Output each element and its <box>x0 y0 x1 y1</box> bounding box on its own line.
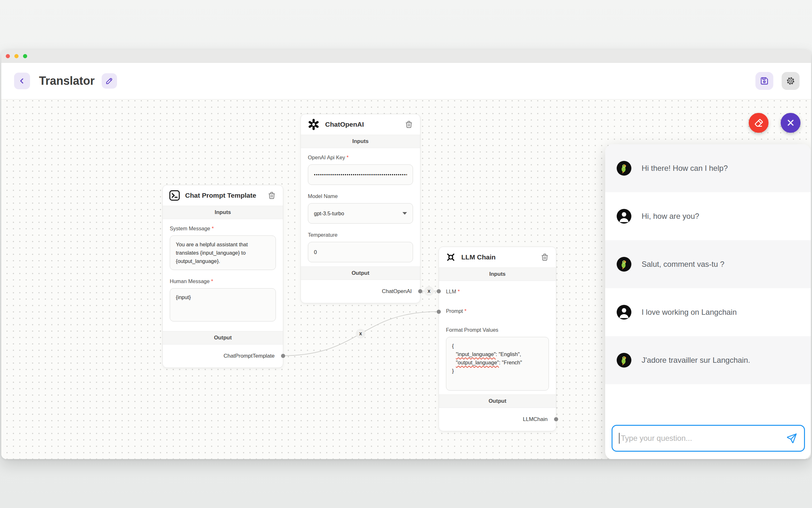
close-chat-button[interactable]: × <box>781 113 801 133</box>
app-header: Translator <box>1 63 811 99</box>
inputs-section-header: Inputs <box>301 135 420 148</box>
parrot-icon <box>619 259 629 270</box>
chevron-down-icon <box>402 212 407 215</box>
bot-avatar <box>617 353 631 368</box>
node-title: Chat Prompt Template <box>185 192 262 199</box>
window-close-button[interactable] <box>6 54 10 58</box>
bot-avatar <box>617 161 631 176</box>
chat-message-text: I love working on Langchain <box>641 308 737 317</box>
clear-chat-button[interactable] <box>749 113 768 133</box>
node-header: Chat Prompt Template <box>163 185 283 206</box>
window-titlebar <box>1 50 811 63</box>
chat-message-row: Hi there! How can I help? <box>605 144 811 192</box>
model-name-select[interactable]: gpt-3.5-turbo <box>308 203 413 224</box>
person-icon <box>617 209 631 224</box>
chat-message-row: Hi, how are you? <box>605 192 811 240</box>
output-anchor-label: LLMChain <box>439 408 556 431</box>
node-title: LLM Chain <box>461 253 535 261</box>
chat-message-text: J'adore travailler sur Langchain. <box>641 356 750 365</box>
chat-message-text: Hi, how are you? <box>641 212 699 221</box>
eraser-icon <box>754 118 764 128</box>
chain-link-icon <box>445 252 456 263</box>
trash-icon <box>405 120 413 129</box>
delete-node-button[interactable] <box>404 120 414 129</box>
field-label-format-prompt-values: Format Prompt Values <box>446 327 549 333</box>
edge-delete-button[interactable]: x <box>356 329 366 338</box>
output-handle[interactable] <box>281 354 285 358</box>
parrot-icon <box>619 163 629 174</box>
chevron-left-icon <box>18 77 26 85</box>
output-anchor-label: ChatPromptTemplate <box>163 344 283 368</box>
delete-node-button[interactable] <box>267 190 277 200</box>
app-window: Translator <box>1 50 811 459</box>
trash-icon <box>268 191 276 200</box>
inputs-section-header: Inputs <box>163 206 283 219</box>
field-label-prompt: Prompt * <box>446 308 549 314</box>
output-section-header: Output <box>301 266 420 280</box>
chat-question-input[interactable] <box>620 433 782 443</box>
output-handle[interactable] <box>554 417 558 421</box>
field-label-temperature: Temperature <box>308 232 413 238</box>
chat-message-row: I love working on Langchain <box>605 288 811 336</box>
system-message-textarea[interactable]: You are a helpful assistant that transla… <box>170 236 276 270</box>
x-icon: × <box>787 116 795 130</box>
window-zoom-button[interactable] <box>23 54 27 58</box>
edit-title-button[interactable] <box>102 73 117 89</box>
openai-logo-icon <box>307 118 320 131</box>
format-prompt-values-textarea[interactable]: { "input_language": "English", "output_l… <box>446 337 549 391</box>
field-label-human-message: Human Message * <box>170 278 276 284</box>
flow-canvas[interactable]: x x Chat Prompt Template Inputs System M… <box>1 99 811 459</box>
save-flow-button[interactable] <box>755 72 773 90</box>
field-label-system-message: System Message * <box>170 225 276 231</box>
temperature-input[interactable]: 0 <box>308 242 413 262</box>
edge-delete-button[interactable]: x <box>424 286 434 296</box>
window-minimize-button[interactable] <box>14 54 18 58</box>
output-handle[interactable] <box>418 289 422 293</box>
node-title: ChatOpenAI <box>325 121 399 128</box>
chat-message-row: Salut, comment vas-tu ? <box>605 240 811 288</box>
field-label-llm: LLM * <box>446 289 549 295</box>
text-cursor <box>619 433 620 444</box>
node-llm-chain[interactable]: LLM Chain Inputs LLM * Prompt * Format P… <box>439 247 556 431</box>
person-icon <box>617 305 631 320</box>
output-anchor-label: ChatOpenAI <box>301 280 420 303</box>
chat-input-container <box>612 425 805 452</box>
delete-node-button[interactable] <box>540 252 550 262</box>
field-label-api-key: OpenAI Api Key * <box>308 155 413 161</box>
node-header: LLM Chain <box>439 247 556 267</box>
settings-button[interactable] <box>782 72 800 90</box>
terminal-prompt-icon <box>169 190 180 201</box>
prompt-input-handle[interactable] <box>437 310 441 314</box>
field-label-model-name: Model Name <box>308 193 413 199</box>
chat-message-text: Salut, comment vas-tu ? <box>641 260 724 269</box>
paper-plane-icon <box>786 432 798 444</box>
openai-api-key-input[interactable]: ••••••••••••••••••••••••••••••••••••••••… <box>308 164 413 185</box>
inputs-section-header: Inputs <box>439 267 556 281</box>
llm-input-handle[interactable] <box>437 289 441 293</box>
gear-icon <box>785 76 796 86</box>
page-title: Translator <box>39 74 95 88</box>
pencil-icon <box>105 77 113 85</box>
chat-panel: Hi there! How can I help? Hi, how are yo… <box>605 144 811 459</box>
human-message-textarea[interactable]: {input} <box>170 288 276 322</box>
chat-message-row: J'adore travailler sur Langchain. <box>605 336 811 384</box>
output-section-header: Output <box>163 331 283 344</box>
node-header: ChatOpenAI <box>301 114 420 135</box>
node-chat-prompt-template[interactable]: Chat Prompt Template Inputs System Messa… <box>162 185 283 368</box>
send-message-button[interactable] <box>782 432 798 444</box>
trash-icon <box>540 253 549 261</box>
node-chat-openai[interactable]: ChatOpenAI Inputs OpenAI Api Key * •••••… <box>300 114 420 303</box>
bot-avatar <box>617 257 631 271</box>
user-avatar <box>617 209 631 224</box>
chat-message-text: Hi there! How can I help? <box>641 164 728 173</box>
parrot-icon <box>619 355 629 366</box>
user-avatar <box>617 305 631 320</box>
back-button[interactable] <box>14 73 30 89</box>
output-section-header: Output <box>439 394 556 408</box>
floppy-disk-icon <box>760 76 769 86</box>
